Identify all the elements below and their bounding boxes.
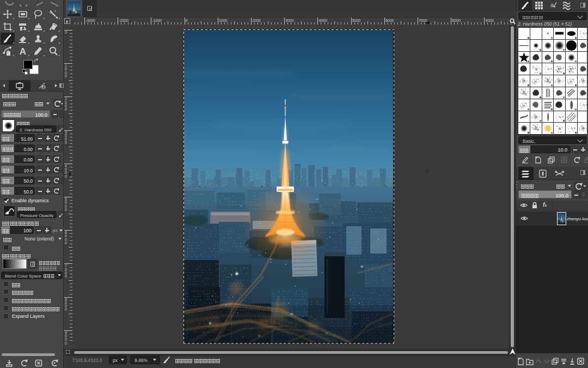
svg-text:a: a bbox=[550, 2, 554, 8]
